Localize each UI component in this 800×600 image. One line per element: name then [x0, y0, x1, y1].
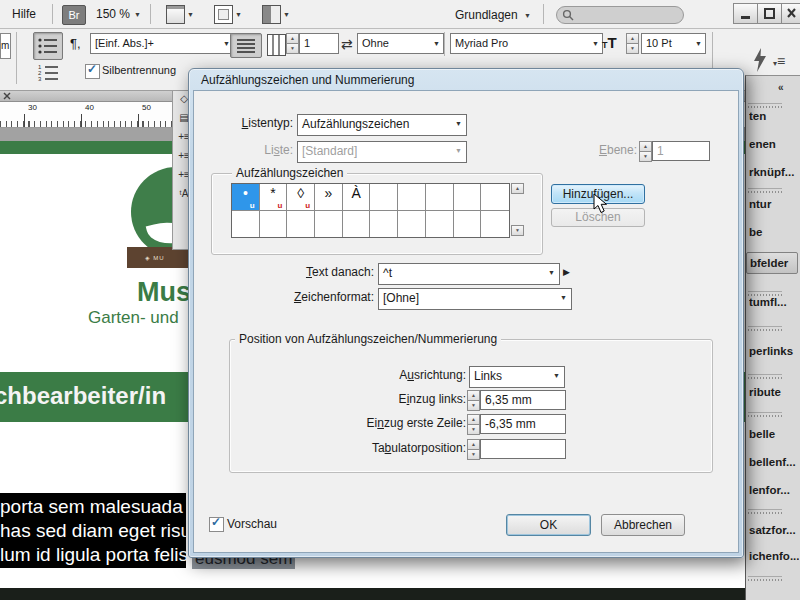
list-type-dropdown[interactable]: Aufzählungszeichen ▼: [297, 114, 467, 136]
indent-left-stepper[interactable]: ▲▼: [467, 390, 479, 410]
screen-mode-icon[interactable]: [262, 5, 281, 24]
arrow-down-icon[interactable]: ▼: [467, 449, 480, 460]
flyout-menu-icon[interactable]: ▶: [563, 267, 570, 277]
alignment-dropdown[interactable]: Links ▼: [469, 366, 565, 388]
bullet-cell[interactable]: »: [315, 184, 343, 211]
panel-grip[interactable]: [748, 576, 782, 581]
bullet-cell[interactable]: *u: [260, 184, 288, 211]
view-options-icon[interactable]: [214, 5, 233, 24]
panel-grip[interactable]: [748, 188, 782, 193]
arrow-down-icon[interactable]: ▼: [511, 225, 524, 236]
selected-text-block[interactable]: porta sem malesuada mhas sed diam eget r…: [0, 493, 186, 568]
hyphenation-checkbox[interactable]: ✓: [85, 64, 100, 79]
chevron-down-icon[interactable]: ▼: [283, 11, 290, 18]
chevron-down-icon[interactable]: ▼: [187, 11, 194, 18]
collapse-dock-icon[interactable]: «: [778, 82, 784, 93]
dock-panel-tab[interactable]: tumfl...: [749, 296, 799, 308]
quick-apply-icon[interactable]: [752, 48, 768, 72]
dock-panel-tab[interactable]: ichenfo...: [749, 550, 799, 562]
font-family-dropdown[interactable]: Myriad Pro ▼: [450, 33, 603, 54]
bullet-cell[interactable]: [454, 211, 482, 238]
paragraph-style-dropdown[interactable]: [Einf. Abs.]+ ▼: [90, 33, 234, 54]
panel-menu-icon[interactable]: ▾≡: [773, 52, 785, 70]
arrow-down-icon[interactable]: ▼: [286, 43, 299, 54]
clipped-field[interactable]: m: [0, 33, 11, 59]
menu-hilfe[interactable]: Hilfe: [12, 6, 36, 22]
dock-panel-tab[interactable]: lenfor...: [749, 484, 799, 496]
bullet-cell[interactable]: [481, 184, 509, 211]
panel-grip[interactable]: [748, 103, 782, 108]
selected-text-line[interactable]: lum id ligula porta felis: [0, 543, 186, 567]
chevron-down-icon[interactable]: ▼: [235, 11, 242, 18]
dock-panel-tab[interactable]: be: [749, 226, 799, 238]
tab-position-stepper[interactable]: ▲▼: [467, 439, 479, 459]
bullet-cell[interactable]: À: [343, 184, 371, 211]
bullet-cell[interactable]: [260, 211, 288, 238]
dock-panel-tab[interactable]: bellenf...: [749, 456, 799, 468]
font-size-dropdown[interactable]: 10 Pt ▼: [641, 33, 706, 54]
bullet-cell[interactable]: [343, 211, 371, 238]
preview-checkbox[interactable]: ✓: [209, 517, 224, 532]
document-subtitle-text[interactable]: Garten- und: [88, 308, 179, 328]
wrap-dropdown[interactable]: Ohne ▼: [357, 33, 444, 54]
minimize-button[interactable]: [733, 3, 758, 24]
dock-panel-tab[interactable]: bfelder: [746, 252, 798, 274]
bullet-cell[interactable]: [481, 211, 509, 238]
workspace-switcher[interactable]: Grundlagen: [455, 7, 518, 23]
bullet-cell[interactable]: [454, 184, 482, 211]
maximize-button[interactable]: [757, 3, 782, 24]
arrow-down-icon[interactable]: ▼: [467, 424, 480, 435]
dock-panel-tab[interactable]: rknüpf...: [749, 166, 799, 178]
headline-text[interactable]: chbearbeiter/in: [0, 382, 166, 410]
bullet-cell[interactable]: [287, 211, 315, 238]
close-icon[interactable]: [3, 92, 11, 100]
arrow-down-icon[interactable]: ▼: [626, 43, 639, 54]
mini-strip-icon[interactable]: ◇: [180, 93, 188, 105]
bullet-cell[interactable]: [232, 211, 260, 238]
ok-button[interactable]: OK: [506, 514, 591, 536]
bullet-grid-scroll[interactable]: ▲ ▼: [511, 183, 523, 236]
zoom-level-dropdown[interactable]: 150 %: [96, 6, 130, 22]
close-button[interactable]: [781, 3, 800, 24]
indent-left-field[interactable]: 6,35 mm: [480, 390, 566, 410]
font-size-stepper[interactable]: ▲▼: [626, 33, 638, 53]
selected-text-line[interactable]: has sed diam eget risus: [0, 519, 186, 543]
document-presets-icon[interactable]: [166, 5, 185, 24]
bullet-cell[interactable]: [426, 184, 454, 211]
bullet-cell[interactable]: ◊u: [287, 184, 315, 211]
bullet-cell[interactable]: [315, 211, 343, 238]
panel-grip[interactable]: [748, 509, 782, 514]
panel-grip[interactable]: [748, 412, 782, 417]
char-style-dropdown[interactable]: [Ohne] ▼: [378, 288, 572, 310]
dock-panel-tab[interactable]: perlinks: [749, 345, 799, 357]
first-line-stepper[interactable]: ▲▼: [467, 414, 479, 434]
bulleted-list-button[interactable]: [33, 32, 63, 60]
numbered-list-button[interactable]: 123: [36, 61, 60, 85]
bridge-button[interactable]: Br: [62, 5, 86, 25]
bullet-cell[interactable]: [426, 211, 454, 238]
search-input[interactable]: [556, 6, 684, 24]
tab-position-field[interactable]: [480, 439, 566, 459]
justify-button[interactable]: [230, 33, 262, 58]
bullet-cell[interactable]: •u: [232, 184, 260, 211]
columns-count-field[interactable]: 1: [299, 33, 339, 54]
cancel-button[interactable]: Abbrechen: [601, 514, 685, 536]
selected-text-line[interactable]: porta sem malesuada m: [0, 495, 186, 519]
dock-panel-tab[interactable]: belle: [749, 428, 799, 440]
dock-panel-tab[interactable]: satzfor...: [749, 524, 799, 536]
dock-panel-tab[interactable]: ribute: [749, 386, 799, 398]
text-after-combo[interactable]: ^t ▼: [378, 263, 560, 285]
dock-panel-tab[interactable]: enen: [749, 138, 799, 150]
bullet-cell[interactable]: [398, 184, 426, 211]
dock-panel-tab[interactable]: ten: [749, 110, 799, 122]
arrow-up-icon[interactable]: ▲: [511, 183, 524, 194]
bullet-cell[interactable]: [398, 211, 426, 238]
bullet-cell[interactable]: [370, 211, 398, 238]
panel-grip[interactable]: [748, 374, 782, 379]
columns-stepper[interactable]: ▲▼: [286, 33, 298, 53]
arrow-down-icon[interactable]: ▼: [467, 400, 480, 411]
bullet-cell[interactable]: [370, 184, 398, 211]
dock-panel-tab[interactable]: ntur: [749, 198, 799, 210]
panel-grip[interactable]: [748, 326, 782, 331]
first-line-field[interactable]: -6,35 mm: [480, 414, 566, 434]
